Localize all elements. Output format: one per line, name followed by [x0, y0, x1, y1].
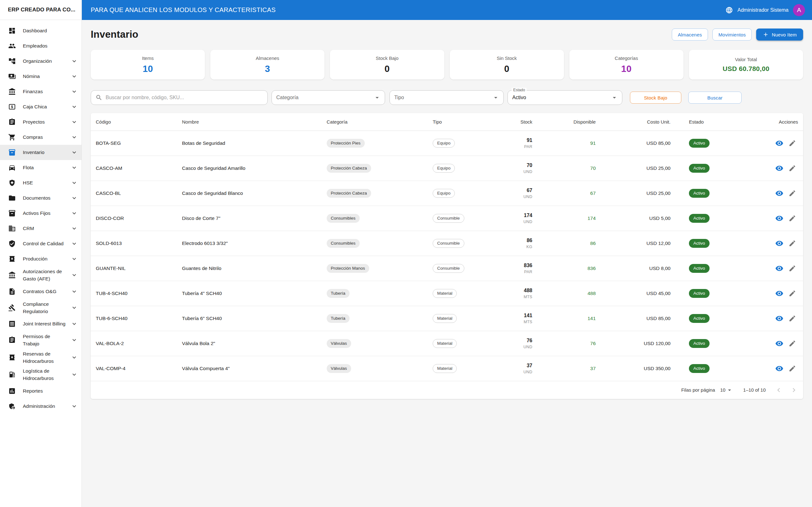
status-select[interactable]: Estado Activo: [507, 90, 622, 105]
cell-codigo: GUANTE-NIL: [91, 256, 177, 281]
edit-item-button[interactable]: [789, 265, 796, 272]
sidebar-item-finanzas[interactable]: Finanzas: [0, 84, 82, 99]
search-button[interactable]: Buscar: [688, 92, 742, 104]
view-item-button[interactable]: [775, 139, 783, 147]
cell-nombre: Botas de Seguridad: [177, 130, 322, 156]
sidebar-item-reservas-de-hidrocarburos[interactable]: Reservas deHidrocarburos: [0, 349, 82, 366]
sidebar-item-produccion[interactable]: Producción: [0, 251, 82, 267]
sidebar-item-autorizaciones-de-gasto-afe[interactable]: Autorizaciones deGasto (AFE): [0, 267, 82, 284]
previous-page-button[interactable]: [774, 386, 783, 394]
view-item-button[interactable]: [775, 264, 783, 273]
category-chip: Protección Manos: [327, 264, 369, 273]
status-chip: Activo: [689, 189, 710, 198]
sidebar-item-label: Nómina: [23, 72, 69, 80]
view-item-button[interactable]: [775, 239, 783, 247]
status-chip: Activo: [689, 164, 710, 173]
sidebar-item-inventario[interactable]: Inventario: [0, 145, 82, 160]
user-name: Administrador Sistema: [738, 7, 789, 13]
edit-item-button[interactable]: [789, 189, 796, 197]
nuevo-item-button[interactable]: Nuevo Item: [756, 29, 803, 41]
stock-quantity: 488: [498, 288, 532, 293]
globe-icon[interactable]: [725, 6, 733, 14]
view-item-button[interactable]: [775, 189, 783, 198]
edit-item-button[interactable]: [789, 215, 796, 222]
rows-per-page-select[interactable]: 10: [720, 387, 733, 394]
sidebar-item-activos-fijos[interactable]: Activos Fijos: [0, 206, 82, 221]
shield-check-icon: [8, 240, 16, 247]
sidebar-item-hse[interactable]: HSE: [0, 175, 82, 190]
cell-acciones: [755, 331, 803, 356]
edit-item-button[interactable]: [789, 340, 796, 347]
stock-unit: PAR: [498, 145, 532, 149]
barrel-icon: [8, 354, 16, 361]
cell-costo: USD 120,00: [601, 331, 676, 356]
sidebar-item-organizacion[interactable]: Organización: [0, 54, 82, 69]
sidebar-item-reportes[interactable]: Reportes: [0, 383, 82, 399]
sidebar-item-empleados[interactable]: Empleados: [0, 38, 82, 54]
category-select[interactable]: Categoría: [271, 90, 385, 105]
cell-categoria: Protección Manos: [322, 256, 428, 281]
sidebar-item-caja-chica[interactable]: $Caja Chica: [0, 99, 82, 114]
cell-stock: 836PAR: [493, 256, 537, 281]
sidebar-item-administracion[interactable]: Administración: [0, 399, 82, 414]
view-item-button[interactable]: [775, 214, 783, 222]
edit-item-button[interactable]: [789, 315, 796, 322]
cell-disponible: 174: [537, 206, 601, 231]
search-input-box: [91, 90, 268, 105]
sidebar-item-label: Inventario: [23, 149, 69, 156]
sidebar-item-documentos[interactable]: Documentos: [0, 190, 82, 206]
category-select-label: Categoría: [276, 95, 299, 101]
cell-nombre: Casco de Seguridad Amarillo: [177, 156, 322, 181]
stat-value: 10: [621, 64, 631, 74]
next-page-button[interactable]: [790, 386, 798, 394]
cell-codigo: TUB-4-SCH40: [91, 281, 177, 306]
chevron-down-icon: [71, 256, 78, 262]
almacenes-button[interactable]: Almacenes: [672, 29, 708, 41]
sidebar-item-dashboard[interactable]: Dashboard: [0, 23, 82, 38]
edit-item-button[interactable]: [789, 290, 796, 297]
view-item-button[interactable]: [775, 364, 783, 373]
sidebar-item-compras[interactable]: Compras: [0, 130, 82, 145]
edit-item-button[interactable]: [789, 164, 796, 172]
chevron-down-icon: [71, 149, 78, 156]
cell-costo: USD 5,00: [601, 206, 676, 231]
stock-quantity: 86: [498, 238, 532, 243]
edit-item-button[interactable]: [789, 365, 796, 372]
cell-estado: Activo: [676, 206, 755, 231]
sidebar-item-control-de-calidad[interactable]: Control de Calidad: [0, 236, 82, 251]
admin-icon: [8, 402, 16, 410]
caret-down-icon: [492, 94, 500, 101]
sidebar-item-permisos-de-trabajo[interactable]: Permisos deTrabajo: [0, 331, 82, 349]
category-chip: Consumibles: [327, 214, 360, 223]
chevron-down-icon: [71, 73, 78, 80]
avatar[interactable]: A: [793, 4, 805, 16]
type-select[interactable]: Tipo: [390, 90, 504, 105]
sidebar-item-proyectos[interactable]: Proyectos: [0, 114, 82, 130]
view-item-button[interactable]: [775, 314, 783, 323]
cell-acciones: [755, 356, 803, 381]
sidebar-item-label: HSE: [23, 179, 69, 186]
cell-categoria: Consumibles: [322, 231, 428, 256]
sidebar-item-joint-interest-billing[interactable]: Joint Interest Billing: [0, 316, 82, 331]
sidebar-item-label: Empleados: [23, 42, 78, 49]
low-stock-button[interactable]: Stock Bajo: [630, 92, 681, 104]
edit-item-button[interactable]: [789, 239, 796, 247]
sidebar-item-logistica-de-hidrocarburos[interactable]: Logística deHidrocarburos: [0, 366, 82, 383]
movimientos-button[interactable]: Movimientos: [712, 29, 752, 41]
sidebar-item-crm[interactable]: CRM: [0, 221, 82, 236]
view-item-button[interactable]: [775, 339, 783, 348]
sidebar-item-flota[interactable]: Flota: [0, 160, 82, 175]
sidebar-item-contratos-o-g[interactable]: Contratos O&G: [0, 284, 82, 299]
view-item-button[interactable]: [775, 289, 783, 297]
sidebar-item-nomina[interactable]: Nómina: [0, 69, 82, 84]
payments-icon: [8, 72, 16, 80]
sidebar-item-compliance-regulatorio[interactable]: ComplianceRegulatorio: [0, 299, 82, 317]
status-chip: Activo: [689, 214, 710, 223]
search-input[interactable]: [106, 95, 264, 101]
sidebar-item-label: Autorizaciones deGasto (AFE): [23, 268, 69, 283]
edit-item-button[interactable]: [789, 139, 796, 147]
view-item-button[interactable]: [775, 164, 783, 172]
cell-categoria: Válvulas: [322, 331, 428, 356]
app-root: ERP CREADO PARA CO... DashboardEmpleados…: [0, 0, 812, 507]
chevron-down-icon: [71, 304, 78, 311]
